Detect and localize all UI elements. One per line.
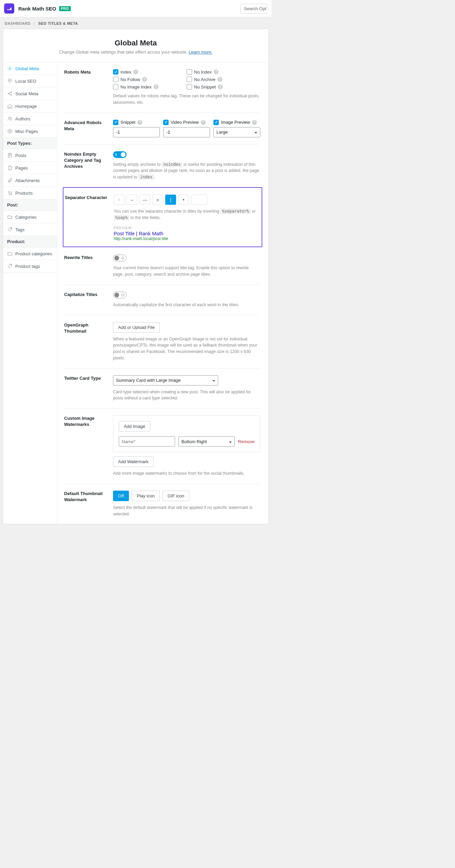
sidebar-item-product-tags[interactable]: Product tags bbox=[3, 260, 57, 273]
sidebar-item-local-seo[interactable]: Local SEO bbox=[3, 75, 57, 87]
checkbox-label: No Image Index bbox=[120, 84, 152, 90]
breadcrumb-root[interactable]: DASHBOARD bbox=[5, 21, 31, 25]
checkbox-nosnippet[interactable]: No Snippet? bbox=[187, 84, 260, 90]
hint-text: or bbox=[251, 209, 256, 214]
label-noindex-empty: Noindex Empty Category and Tag Archives bbox=[64, 151, 110, 180]
add-image-button[interactable]: Add Image bbox=[119, 421, 150, 432]
hint-code: %separator% bbox=[220, 209, 250, 214]
chevron-down-icon bbox=[254, 130, 257, 135]
toggle-noindex-empty[interactable] bbox=[113, 151, 127, 158]
help-icon[interactable]: ? bbox=[201, 120, 206, 125]
sidebar-item-products[interactable]: Products bbox=[3, 187, 57, 199]
help-icon[interactable]: ? bbox=[154, 84, 158, 89]
input-video-preview[interactable] bbox=[163, 127, 210, 137]
watermark-box: Add Image Bottom Right Remove bbox=[113, 415, 260, 452]
svg-point-2 bbox=[8, 93, 9, 94]
svg-point-4 bbox=[11, 94, 12, 95]
label-twitter-card: Twitter Card Type bbox=[64, 375, 110, 402]
sidebar-item-product-categories[interactable]: Product categories bbox=[3, 248, 57, 260]
breadcrumb-separator: / bbox=[34, 21, 35, 25]
checkbox-noimageindex[interactable]: No Image Index? bbox=[113, 84, 187, 90]
checkbox-noarchive[interactable]: No Archive? bbox=[187, 77, 260, 82]
page-subtitle: Change Global meta settings that take ef… bbox=[10, 50, 262, 55]
sidebar-item-categories[interactable]: Categories bbox=[3, 211, 57, 223]
setting-capitalize-titles: Capitalize Titles Automatically capitali… bbox=[64, 284, 260, 315]
watermark-option-off[interactable]: Off bbox=[113, 491, 129, 501]
toggle-rewrite-titles[interactable] bbox=[113, 255, 127, 261]
sidebar-item-label: Social Meta bbox=[15, 91, 38, 96]
checkbox-image-preview[interactable] bbox=[213, 120, 219, 125]
help-icon[interactable]: ? bbox=[218, 84, 223, 89]
checkbox-video-preview[interactable] bbox=[163, 120, 169, 125]
separator-option-emdash[interactable]: — bbox=[139, 195, 150, 205]
setting-separator: Separator Character - – — » | • You c bbox=[63, 188, 262, 247]
help-icon[interactable]: ? bbox=[217, 77, 222, 82]
checkbox-noindex[interactable]: No Index? bbox=[187, 69, 260, 75]
separator-option-custom[interactable] bbox=[191, 195, 207, 205]
select-image-preview[interactable]: Large bbox=[213, 127, 260, 137]
hint-code: index bbox=[138, 174, 154, 180]
sidebar-item-label: Products bbox=[15, 191, 33, 196]
checkbox-icon bbox=[187, 77, 192, 82]
chevron-down-icon bbox=[212, 378, 215, 383]
sidebar-item-pages[interactable]: Pages bbox=[3, 162, 57, 174]
svg-point-0 bbox=[9, 68, 11, 69]
checkbox-label: No Snippet bbox=[194, 84, 216, 90]
select-watermark-position[interactable]: Bottom Right bbox=[178, 436, 235, 447]
svg-point-5 bbox=[8, 117, 10, 118]
add-watermark-button[interactable]: Add Watermark bbox=[113, 456, 154, 467]
label-video-preview: Video Preview bbox=[171, 120, 199, 125]
page-subtitle-text: Change Global meta settings that take ef… bbox=[59, 50, 189, 55]
separator-option-pipe[interactable]: | bbox=[165, 195, 176, 205]
separator-option-hyphen[interactable]: - bbox=[114, 195, 125, 205]
toggle-capitalize-titles[interactable] bbox=[113, 292, 127, 298]
watermark-option-gif[interactable]: GIF icon bbox=[163, 491, 189, 501]
help-icon[interactable]: ? bbox=[252, 120, 257, 125]
sidebar-item-social-meta[interactable]: Social Meta bbox=[3, 87, 57, 100]
label-snippet: Snippet bbox=[120, 120, 135, 125]
sidebar-item-authors[interactable]: Authors bbox=[3, 113, 57, 125]
sidebar-item-tags[interactable]: Tags bbox=[3, 223, 57, 236]
share-icon bbox=[7, 91, 13, 96]
watermark-option-play[interactable]: Play icon bbox=[132, 491, 160, 501]
input-snippet[interactable] bbox=[113, 127, 160, 137]
label-custom-watermarks: Custom Image Watermarks bbox=[64, 415, 110, 477]
separator-option-endash[interactable]: – bbox=[127, 195, 137, 205]
label-default-watermark: Default Thumbnail Watermark bbox=[64, 491, 110, 517]
sidebar-item-homepage[interactable]: Homepage bbox=[3, 100, 57, 113]
checkbox-index[interactable]: Index? bbox=[113, 69, 187, 75]
cart-icon bbox=[7, 190, 13, 196]
users-icon bbox=[7, 116, 13, 121]
sidebar-item-attachments[interactable]: Attachments bbox=[3, 174, 57, 187]
remove-watermark-link[interactable]: Remove bbox=[238, 439, 254, 444]
help-icon[interactable]: ? bbox=[133, 70, 138, 74]
pin-icon bbox=[7, 78, 13, 84]
hint-text: You can use the separator character in t… bbox=[114, 209, 220, 214]
hint-robots-meta: Default values for robots meta tag. Thes… bbox=[113, 93, 260, 106]
label-separator: Separator Character bbox=[65, 195, 110, 241]
home-icon bbox=[7, 103, 13, 109]
svg-point-6 bbox=[11, 117, 12, 118]
label-advanced-robots: Advanced Robots Meta bbox=[64, 120, 110, 137]
help-icon[interactable]: ? bbox=[214, 70, 219, 74]
checkbox-snippet[interactable] bbox=[113, 120, 118, 125]
setting-robots-meta: Robots Meta Index? No Index? No Follow? … bbox=[57, 62, 268, 113]
sidebar-item-global-meta[interactable]: Global Meta bbox=[3, 62, 57, 75]
add-upload-file-button[interactable]: Add or Upload File bbox=[113, 322, 160, 333]
separator-option-raquo[interactable]: » bbox=[152, 195, 163, 205]
sidebar-item-misc-pages[interactable]: Misc Pages bbox=[3, 125, 57, 138]
label-rewrite-titles: Rewrite Titles bbox=[64, 255, 110, 278]
checkbox-nofollow[interactable]: No Follow? bbox=[113, 77, 187, 82]
select-twitter-card[interactable]: Summary Card with Large Image bbox=[113, 375, 218, 386]
sidebar-item-posts[interactable]: Posts bbox=[3, 149, 57, 162]
hint-rewrite-titles: Your current theme doesn't support title… bbox=[113, 265, 260, 278]
learn-more-link[interactable]: Learn more. bbox=[189, 50, 212, 55]
search-input[interactable]: Search Opt bbox=[240, 4, 267, 14]
watermark-name-input[interactable] bbox=[119, 436, 175, 447]
help-icon[interactable]: ? bbox=[137, 120, 142, 125]
help-icon[interactable]: ? bbox=[142, 77, 147, 82]
tag-icon bbox=[7, 263, 13, 269]
sidebar-group-post-types: Post Types: bbox=[3, 138, 57, 149]
separator-option-bullet[interactable]: • bbox=[178, 195, 189, 205]
hint-twitter-card: Card type selected when creating a new p… bbox=[113, 389, 260, 402]
